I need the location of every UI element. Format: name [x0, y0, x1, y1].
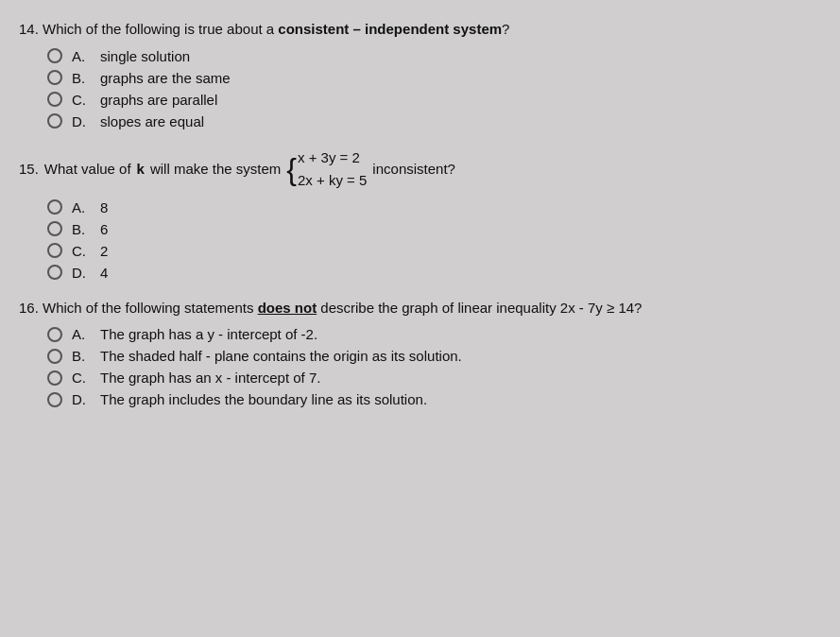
- q15-text-c: 2: [100, 243, 108, 259]
- q14-text-a: single solution: [100, 48, 190, 64]
- q14-label-b: B.: [72, 70, 91, 86]
- q16-text-before: Which of the following statements: [43, 300, 258, 316]
- q14-label-c: C.: [72, 92, 91, 108]
- q16-option-c[interactable]: C. The graph has an x - intercept of 7.: [47, 370, 821, 386]
- question-16-title: 16. Which of the following statements do…: [19, 298, 821, 319]
- q16-text-c: The graph has an x - intercept of 7.: [100, 370, 320, 386]
- q16-option-d[interactable]: D. The graph includes the boundary line …: [47, 391, 821, 407]
- q14-option-b[interactable]: B. graphs are the same: [47, 70, 821, 86]
- q14-radio-b[interactable]: [47, 70, 62, 85]
- q15-radio-d[interactable]: [47, 265, 62, 280]
- q14-radio-c[interactable]: [47, 92, 62, 107]
- q16-label-b: B.: [72, 348, 91, 364]
- q16-radio-b[interactable]: [47, 349, 62, 364]
- q14-label-a: A.: [72, 48, 91, 64]
- q15-number: 15.: [19, 158, 39, 181]
- system-equations: x + 3y = 2 2x + ky = 5: [298, 146, 367, 192]
- q15-text-after: inconsistent?: [372, 158, 455, 181]
- q15-option-a[interactable]: A. 8: [47, 199, 821, 215]
- q14-text-after: ?: [502, 21, 509, 37]
- q14-label-d: D.: [72, 113, 91, 129]
- q15-radio-b[interactable]: [47, 221, 62, 236]
- q15-label-b: B.: [72, 221, 91, 237]
- q16-number: 16.: [19, 300, 43, 316]
- q15-text-b: 6: [100, 221, 108, 237]
- question-14: 14. Which of the following is true about…: [19, 19, 821, 129]
- left-brace: {: [286, 154, 297, 184]
- q15-label-d: D.: [72, 265, 91, 281]
- question-14-title: 14. Which of the following is true about…: [19, 19, 821, 41]
- q16-option-a[interactable]: A. The graph has a y - intercept of -2.: [47, 326, 821, 342]
- equation-2: 2x + ky = 5: [298, 169, 367, 192]
- q14-options: A. single solution B. graphs are the sam…: [47, 48, 821, 129]
- q14-option-c[interactable]: C. graphs are parallel: [47, 92, 821, 108]
- q15-option-b[interactable]: B. 6: [47, 221, 821, 237]
- q16-label-c: C.: [72, 370, 91, 386]
- q14-bold: consistent – independent system: [278, 21, 502, 37]
- q15-label-c: C.: [72, 243, 91, 259]
- q14-radio-a[interactable]: [47, 48, 62, 63]
- q16-label-a: A.: [72, 326, 91, 342]
- q16-radio-d[interactable]: [47, 392, 62, 407]
- q14-text-d: slopes are equal: [100, 113, 204, 129]
- q15-label-a: A.: [72, 199, 91, 215]
- question-16: 16. Which of the following statements do…: [19, 298, 821, 408]
- q14-option-d[interactable]: D. slopes are equal: [47, 113, 821, 129]
- q15-text-middle: will make the system: [150, 158, 281, 181]
- q16-option-b[interactable]: B. The shaded half - plane contains the …: [47, 348, 821, 364]
- q16-text-a: The graph has a y - intercept of -2.: [100, 326, 317, 342]
- q14-text-before: Which of the following is true about a: [43, 21, 278, 37]
- q15-option-c[interactable]: C. 2: [47, 243, 821, 259]
- q15-text-a: 8: [100, 199, 108, 215]
- question-15-title: 15. What value of k will make the system…: [19, 146, 821, 192]
- q16-radio-a[interactable]: [47, 327, 62, 342]
- q16-radio-c[interactable]: [47, 370, 62, 386]
- page: 14. Which of the following is true about…: [0, 9, 840, 434]
- q16-text-b: The shaded half - plane contains the ori…: [100, 348, 462, 364]
- q14-radio-d[interactable]: [47, 113, 62, 129]
- q15-text-d: 4: [100, 265, 108, 281]
- q14-text-c: graphs are parallel: [100, 92, 217, 108]
- q15-system-wrap: { x + 3y = 2 2x + ky = 5: [286, 146, 367, 192]
- q15-bold-k: k: [137, 158, 145, 181]
- q15-options: A. 8 B. 6 C. 2 D. 4: [47, 199, 821, 281]
- q16-bold: does not: [258, 300, 317, 316]
- q14-option-a[interactable]: A. single solution: [47, 48, 821, 64]
- q16-options: A. The graph has a y - intercept of -2. …: [47, 326, 821, 407]
- q16-text-d: The graph includes the boundary line as …: [100, 391, 427, 407]
- q15-text-before: What value of: [44, 158, 131, 181]
- equation-1: x + 3y = 2: [298, 146, 367, 169]
- q16-bold-underline: does not: [258, 300, 317, 316]
- q14-text-b: graphs are the same: [100, 70, 231, 86]
- q15-option-d[interactable]: D. 4: [47, 265, 821, 281]
- q16-label-d: D.: [72, 391, 91, 407]
- q16-text-after: describe the graph of linear inequality …: [317, 300, 642, 316]
- q15-radio-a[interactable]: [47, 199, 62, 215]
- question-15: 15. What value of k will make the system…: [19, 146, 821, 281]
- q14-number: 14.: [19, 21, 43, 37]
- q15-radio-c[interactable]: [47, 243, 62, 258]
